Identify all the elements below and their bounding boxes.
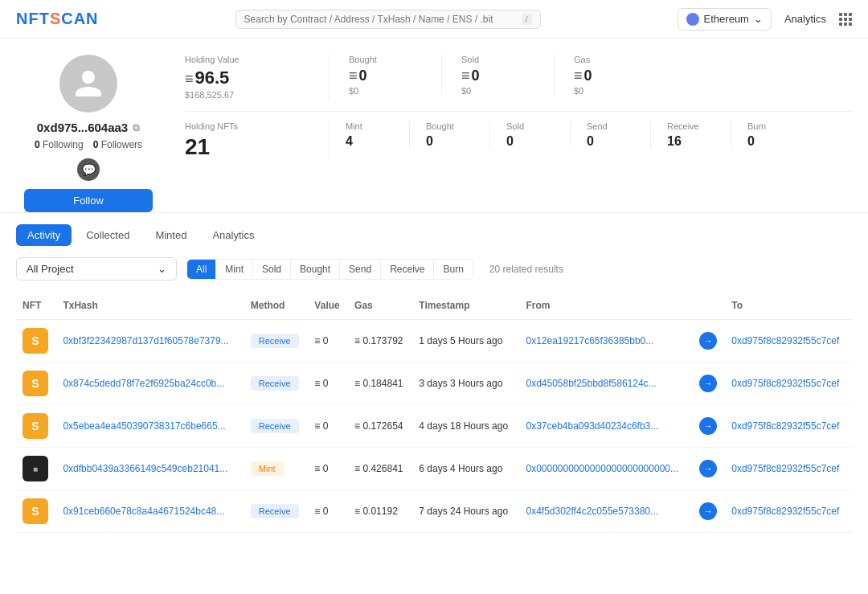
arrow-cell: → bbox=[693, 320, 725, 363]
gas-cell: ≡ 0.173792 bbox=[348, 320, 412, 363]
value-cell: ≡ 0 bbox=[308, 320, 348, 363]
from-cell[interactable]: 0x37ceb4ba093d40234c6fb3... bbox=[519, 405, 693, 448]
pill-send[interactable]: Send bbox=[340, 260, 381, 279]
txhash-cell[interactable]: 0x5ebea4ea450390738317c6be665... bbox=[56, 405, 244, 448]
stats-area: Holding Value ≡96.5 $168,525.67 Bought ≡… bbox=[185, 55, 852, 171]
table-row: S0x874c5dedd78f7e2f6925ba24cc0b...Receiv… bbox=[16, 363, 852, 405]
value-cell: ≡ 0 bbox=[308, 363, 348, 405]
pill-receive[interactable]: Receive bbox=[381, 260, 434, 279]
txhash-cell[interactable]: 0x91ceb660e78c8a4a4671524bc48... bbox=[56, 490, 244, 533]
nft-stat-boxes: Mint4Bought0Sold0Send0Receive16Burn0 bbox=[330, 121, 852, 149]
sold-label: Sold bbox=[461, 55, 534, 64]
table-row: S0x5ebea4ea450390738317c6be665...Receive… bbox=[16, 405, 852, 448]
eth-symbol: ≡ bbox=[185, 71, 194, 87]
grid-icon[interactable] bbox=[839, 13, 852, 26]
ethereum-icon bbox=[686, 13, 699, 26]
avatar bbox=[59, 55, 117, 113]
arrow-cell: → bbox=[693, 448, 725, 490]
to-cell[interactable]: 0xd975f8c82932f55c7cef bbox=[725, 448, 852, 490]
timestamp-cell: 7 days 24 Hours ago bbox=[412, 490, 519, 533]
sold-usd: $0 bbox=[461, 86, 534, 96]
txhash-cell[interactable]: 0xbf3f22342987d137d1f60578e7379... bbox=[56, 320, 244, 363]
value-cell: ≡ 0 bbox=[308, 448, 348, 490]
arrow-cell: → bbox=[693, 405, 725, 448]
nft-icon: S bbox=[23, 371, 48, 396]
tab-collected[interactable]: Collected bbox=[75, 224, 141, 246]
timestamp-cell: 1 days 5 Hours ago bbox=[412, 320, 519, 363]
holding-nfts-label: Holding NFTs bbox=[185, 121, 313, 131]
table-row: S0x91ceb660e78c8a4a4671524bc48...Receive… bbox=[16, 490, 852, 533]
col-method: Method bbox=[244, 292, 309, 320]
sold-value: ≡0 bbox=[461, 68, 534, 84]
pill-sold[interactable]: Sold bbox=[253, 260, 291, 279]
col-from: From bbox=[519, 292, 693, 320]
search-bar[interactable]: / bbox=[235, 10, 541, 29]
tabs-bar: ActivityCollectedMintedAnalytics bbox=[0, 213, 868, 246]
from-cell[interactable]: 0x4f5d302ff4c2c055e573380... bbox=[519, 490, 693, 533]
pill-all[interactable]: All bbox=[187, 260, 216, 279]
arrow-icon: → bbox=[699, 460, 717, 477]
arrow-icon: → bbox=[699, 375, 717, 392]
chevron-down-icon: ⌄ bbox=[158, 263, 166, 275]
search-input[interactable] bbox=[244, 14, 522, 25]
pill-bought[interactable]: Bought bbox=[291, 260, 340, 279]
pill-mint[interactable]: Mint bbox=[216, 260, 253, 279]
value-cell: ≡ 0 bbox=[308, 405, 348, 448]
holding-value-box: Holding Value ≡96.5 $168,525.67 bbox=[185, 55, 330, 100]
holding-value-usd: $168,525.67 bbox=[185, 90, 313, 100]
project-select-label: All Project bbox=[27, 263, 74, 275]
nft-icon: ■ bbox=[23, 456, 48, 481]
tab-minted[interactable]: Minted bbox=[144, 224, 198, 246]
pill-burn[interactable]: Burn bbox=[434, 260, 472, 279]
logo: NFTSCAN bbox=[16, 10, 99, 28]
gas-value: ≡0 bbox=[574, 68, 648, 84]
to-cell[interactable]: 0xd975f8c82932f55c7cef bbox=[725, 405, 852, 448]
tab-analytics[interactable]: Analytics bbox=[201, 224, 265, 246]
txhash-cell[interactable]: 0xdfbb0439a3366149c549ceb21041... bbox=[56, 448, 244, 490]
nft-icon: S bbox=[23, 328, 48, 354]
chat-icon[interactable]: 💬 bbox=[77, 158, 100, 181]
tab-activity[interactable]: Activity bbox=[16, 224, 72, 246]
gas-cell: ≡ 0.426841 bbox=[348, 448, 412, 490]
arrow-icon: → bbox=[699, 417, 717, 435]
nft-stat-burn: Burn0 bbox=[731, 121, 812, 149]
gas-box: Gas ≡0 $0 bbox=[555, 55, 667, 96]
gas-cell: ≡ 0.172654 bbox=[348, 405, 412, 448]
gas-cell: ≡ 0.01192 bbox=[348, 490, 412, 533]
arrow-icon: → bbox=[699, 332, 717, 350]
project-select[interactable]: All Project ⌄ bbox=[16, 257, 177, 281]
bought-box: Bought ≡0 $0 bbox=[330, 55, 442, 96]
txhash-cell[interactable]: 0x874c5dedd78f7e2f6925ba24cc0b... bbox=[56, 363, 244, 405]
method-cell: Receive bbox=[244, 320, 309, 363]
to-cell[interactable]: 0xd975f8c82932f55c7cef bbox=[725, 320, 852, 363]
stats-row-2: Holding NFTs 21 Mint4Bought0Sold0Send0Re… bbox=[185, 112, 852, 171]
header-right: Ethereum ⌄ Analytics bbox=[678, 8, 852, 31]
value-cell: ≡ 0 bbox=[308, 490, 348, 533]
holding-nfts-box: Holding NFTs 21 bbox=[185, 121, 330, 160]
chevron-down-icon: ⌄ bbox=[754, 13, 763, 25]
followers-stat: 0 Followers bbox=[93, 139, 142, 150]
holding-value-label: Holding Value bbox=[185, 55, 313, 64]
col-timestamp: Timestamp bbox=[412, 292, 519, 320]
method-cell: Mint bbox=[244, 448, 309, 490]
col-value: Value bbox=[308, 292, 348, 320]
from-cell[interactable]: 0x12ea19217c65f36385bb0... bbox=[519, 320, 693, 363]
bought-label: Bought bbox=[349, 55, 422, 64]
to-cell[interactable]: 0xd975f8c82932f55c7cef bbox=[725, 363, 852, 405]
follow-button[interactable]: Follow bbox=[24, 189, 153, 212]
col-to: To bbox=[725, 292, 852, 320]
table-row: ■0xdfbb0439a3366149c549ceb21041...Mint≡ … bbox=[16, 448, 852, 490]
header: NFTSCAN / Ethereum ⌄ Analytics bbox=[0, 0, 868, 39]
from-cell[interactable]: 0xd45058bf25bbd8f586124c... bbox=[519, 363, 693, 405]
col-nft: NFT bbox=[16, 292, 56, 320]
arrow-cell: → bbox=[693, 363, 725, 405]
from-cell[interactable]: 0x0000000000000000000000000... bbox=[519, 448, 693, 490]
analytics-link[interactable]: Analytics bbox=[784, 13, 826, 25]
to-cell[interactable]: 0xd975f8c82932f55c7cef bbox=[725, 490, 852, 533]
nft-stat-bought: Bought0 bbox=[410, 121, 490, 149]
network-selector[interactable]: Ethereum ⌄ bbox=[678, 8, 772, 31]
table-row: S0xbf3f22342987d137d1f60578e7379...Recei… bbox=[16, 320, 852, 363]
bought-value: ≡0 bbox=[349, 68, 422, 84]
copy-icon[interactable]: ⧉ bbox=[133, 122, 140, 133]
nft-icon: S bbox=[23, 413, 48, 439]
